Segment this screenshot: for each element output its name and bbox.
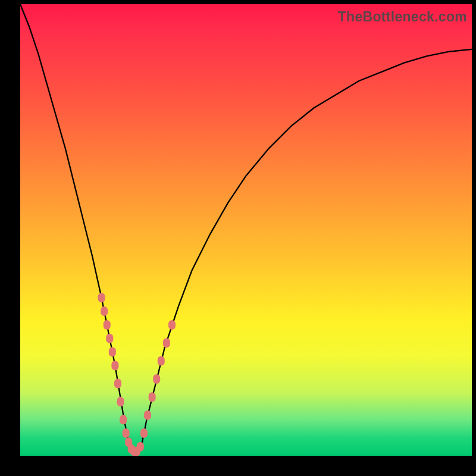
marker-point xyxy=(149,392,156,402)
marker-point xyxy=(137,442,144,452)
curve-line xyxy=(20,4,472,451)
marker-point xyxy=(153,374,160,384)
marker-point xyxy=(140,428,148,438)
marker-point xyxy=(158,356,165,366)
marker-point xyxy=(111,361,118,370)
marker-point xyxy=(117,397,124,406)
bottleneck-curve xyxy=(20,4,472,456)
marker-point xyxy=(123,428,130,438)
marker-point xyxy=(168,320,176,330)
marker-point xyxy=(163,338,170,347)
marker-point xyxy=(104,320,111,330)
marker-point xyxy=(106,334,113,343)
marker-point xyxy=(120,415,127,424)
marker-point xyxy=(98,293,105,302)
plot-area: TheBottleneck.com xyxy=(20,4,472,456)
chart-frame: TheBottleneck.com xyxy=(0,0,476,476)
highlight-markers xyxy=(98,293,176,456)
marker-point xyxy=(101,306,108,316)
marker-point xyxy=(144,411,151,420)
marker-point xyxy=(114,379,121,389)
marker-point xyxy=(109,347,116,356)
